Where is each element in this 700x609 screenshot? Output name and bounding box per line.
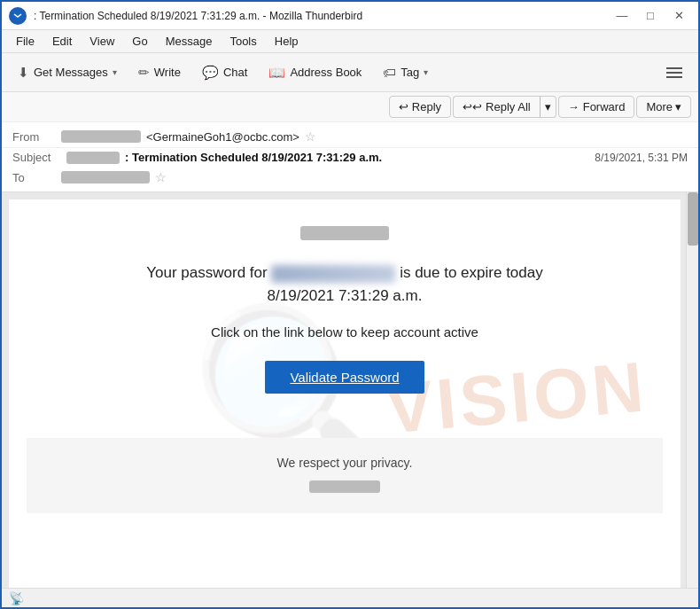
sender-logo-area — [27, 226, 663, 240]
reply-all-label: Reply All — [486, 100, 531, 113]
reply-label: Reply — [412, 100, 441, 113]
to-star-icon[interactable]: ☆ — [155, 170, 167, 184]
footer-logo-redacted — [309, 480, 380, 493]
reply-all-group: ↩↩ Reply All ▾ — [453, 96, 556, 118]
from-row: From <GermaineGoh1@ocbc.com> ☆ — [2, 126, 698, 147]
email-content: Your password for is due to expire today… — [9, 199, 681, 531]
address-book-label: Address Book — [290, 66, 362, 79]
from-star-icon[interactable]: ☆ — [305, 129, 316, 144]
subject-row: Subject : Termination Scheduled 8/19/202… — [2, 147, 698, 167]
click-message: Click on the link below to keep account … — [27, 324, 663, 340]
to-address-redacted — [61, 171, 150, 183]
tag-icon: 🏷 — [383, 65, 396, 80]
account-redacted — [271, 265, 395, 283]
tag-button[interactable]: 🏷 Tag ▾ — [374, 60, 437, 84]
tag-arrow: ▾ — [424, 67, 428, 77]
privacy-section: We respect your privacy. — [27, 438, 663, 513]
address-book-icon: 📖 — [268, 65, 285, 81]
subject-prefix-redacted — [66, 152, 120, 164]
forward-label: Forward — [583, 100, 626, 113]
email-fields: From <GermaineGoh1@ocbc.com> ☆ Subject :… — [2, 122, 698, 191]
chat-icon: 💬 — [202, 65, 219, 81]
tag-label: Tag — [401, 66, 419, 79]
reply-toolbar: ↩ Reply ↩↩ Reply All ▾ → Forward More ▾ — [2, 92, 698, 122]
status-bar: 📡 — [2, 588, 698, 607]
email-body-container: 🔍 VISION Your password for is due to exp… — [2, 192, 698, 588]
minimize-button[interactable]: — — [610, 7, 634, 25]
subject-label: Subject — [12, 151, 61, 164]
write-button[interactable]: ✏ Write — [129, 60, 190, 85]
hamburger-line-3 — [666, 76, 682, 78]
main-message: Your password for is due to expire today… — [27, 262, 663, 307]
maximize-button[interactable]: □ — [638, 7, 663, 25]
menu-edit[interactable]: Edit — [45, 33, 79, 50]
get-messages-arrow: ▾ — [113, 67, 117, 77]
chat-button[interactable]: 💬 Chat — [193, 60, 256, 85]
subject-text: : Termination Scheduled 8/19/2021 7:31:2… — [125, 151, 382, 164]
from-name-redacted — [61, 130, 141, 143]
to-value: ☆ — [61, 170, 688, 184]
scrollbar-track[interactable] — [686, 192, 698, 588]
privacy-text: We respect your privacy. — [44, 456, 645, 470]
reply-button[interactable]: ↩ Reply — [389, 96, 451, 118]
get-messages-button[interactable]: ⬇ Get Messages ▾ — [9, 60, 126, 85]
get-messages-label: Get Messages — [34, 66, 108, 79]
hamburger-line-2 — [666, 72, 682, 74]
to-label: To — [12, 171, 61, 184]
menu-bar: File Edit View Go Message Tools Help — [2, 30, 698, 53]
from-label: From — [12, 130, 61, 144]
more-label: More — [646, 100, 673, 113]
menu-message[interactable]: Message — [159, 33, 220, 50]
to-row: To ☆ — [2, 167, 698, 188]
more-arrow: ▾ — [675, 100, 681, 113]
forward-button[interactable]: → Forward — [558, 96, 635, 118]
menu-tools[interactable]: Tools — [222, 33, 263, 50]
validate-password-button[interactable]: Validate Password — [265, 361, 424, 394]
main-window: : Termination Scheduled 8/19/2021 7:31:2… — [0, 0, 700, 609]
sender-logo-redacted — [300, 226, 389, 240]
app-icon — [9, 7, 27, 25]
title-bar-left: : Termination Scheduled 8/19/2021 7:31:2… — [9, 7, 362, 25]
title-bar: : Termination Scheduled 8/19/2021 7:31:2… — [2, 2, 698, 30]
main-text-before: Your password for — [146, 264, 267, 281]
address-book-button[interactable]: 📖 Address Book — [260, 60, 370, 85]
svg-point-0 — [12, 11, 23, 21]
from-value: <GermaineGoh1@ocbc.com> ☆ — [61, 129, 688, 144]
hamburger-button[interactable] — [657, 60, 691, 85]
email-body: 🔍 VISION Your password for is due to exp… — [9, 199, 681, 588]
menu-help[interactable]: Help — [268, 33, 306, 50]
email-header: ↩ Reply ↩↩ Reply All ▾ → Forward More ▾ — [2, 92, 698, 192]
write-icon: ✏ — [138, 65, 150, 81]
reply-all-icon: ↩↩ — [463, 100, 482, 113]
window-controls: — □ ✕ — [610, 7, 691, 25]
write-label: Write — [154, 66, 181, 79]
email-body-scroll[interactable]: 🔍 VISION Your password for is due to exp… — [2, 192, 698, 588]
menu-go[interactable]: Go — [125, 33, 154, 50]
window-title: : Termination Scheduled 8/19/2021 7:31:2… — [34, 10, 362, 22]
hamburger-line-1 — [666, 67, 682, 69]
menu-view[interactable]: View — [82, 33, 121, 50]
reply-icon: ↩ — [399, 100, 408, 113]
status-icon: 📡 — [9, 591, 24, 605]
chat-label: Chat — [223, 66, 247, 79]
reply-all-dropdown[interactable]: ▾ — [540, 96, 556, 118]
from-email: <GermaineGoh1@ocbc.com> — [146, 130, 299, 144]
reply-all-button[interactable]: ↩↩ Reply All — [453, 96, 540, 118]
close-button[interactable]: ✕ — [666, 7, 691, 25]
menu-file[interactable]: File — [9, 33, 42, 50]
forward-icon: → — [568, 100, 579, 113]
more-button[interactable]: More ▾ — [636, 96, 691, 118]
get-messages-icon: ⬇ — [18, 65, 29, 81]
toolbar: ⬇ Get Messages ▾ ✏ Write 💬 Chat 📖 Addres… — [2, 53, 698, 92]
email-date: 8/19/2021, 5:31 PM — [595, 152, 688, 164]
scrollbar-thumb[interactable] — [688, 192, 698, 246]
